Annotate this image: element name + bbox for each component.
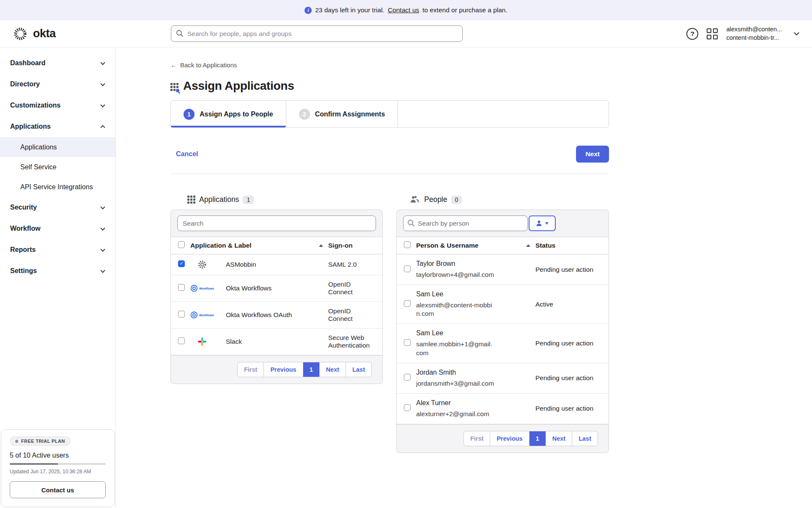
step-confirm-assignments[interactable]: 2 Confirm Assignments (286, 101, 398, 127)
okta-sunburst-icon (12, 25, 29, 42)
pagination-last[interactable]: Last (572, 431, 598, 446)
applications-search-input[interactable] (177, 215, 376, 231)
row-checkbox[interactable] (178, 284, 185, 291)
cancel-link[interactable]: Cancel (176, 150, 198, 158)
sidebar-subitem-applications[interactable]: Applications (0, 137, 115, 157)
sidebar-subitem-api-service-integrations[interactable]: API Service Integrations (0, 177, 115, 197)
pagination-last[interactable]: Last (346, 362, 371, 377)
person-email: alexsmith@content-mobbin.com (416, 301, 494, 318)
chevron-up-icon (100, 125, 105, 130)
person-name: Sam Lee (416, 290, 535, 298)
global-search-input[interactable] (171, 25, 463, 42)
sidebar-item-directory[interactable]: Directory (0, 74, 115, 95)
chevron-down-icon (100, 268, 105, 273)
app-name: Okta Workflows (226, 284, 272, 292)
search-icon (407, 219, 415, 227)
assign-applications-icon (170, 83, 178, 91)
contact-us-button[interactable]: Contact us (10, 481, 106, 498)
person-filter-button[interactable] (529, 215, 556, 231)
column-person-username[interactable]: Person & Username (416, 237, 535, 254)
row-checkbox[interactable] (178, 260, 185, 267)
people-panel-title: People (424, 195, 447, 204)
row-checkbox[interactable] (404, 404, 411, 411)
table-row: Workflows Okta Workflows OAuth OpenID Co… (171, 302, 382, 329)
updated-timestamp: Updated Jun 17, 2025, 10:36:28 AM (10, 469, 106, 475)
account-org: content-mobbin-tr... (726, 34, 782, 42)
pagination-first[interactable]: First (238, 362, 263, 377)
pagination-page-1[interactable]: 1 (303, 362, 319, 377)
table-row: Taylor Brown taylorbrown+4@gmail.com Pen… (397, 254, 609, 285)
people-panel-header: People 0 (396, 195, 609, 204)
person-status: Pending user action (535, 363, 609, 393)
chevron-down-icon (545, 222, 549, 225)
back-arrow-icon: ← (170, 61, 177, 69)
pagination-next[interactable]: Next (319, 362, 346, 377)
applications-table: Application & Label Sign-on (171, 237, 382, 355)
step-assign-apps-to-people[interactable]: 1 Assign Apps to People (171, 101, 286, 127)
trial-rest-text: to extend or purchase a plan. (422, 6, 508, 14)
active-users-count: 5 of 10 Active users (10, 452, 106, 459)
column-status: Status (535, 237, 609, 254)
pagination-page-1[interactable]: 1 (529, 431, 546, 446)
help-icon[interactable]: ? (686, 28, 698, 40)
brand-wordmark: okta (33, 27, 56, 40)
row-checkbox[interactable] (178, 337, 185, 344)
sidebar-item-dashboard[interactable]: Dashboard (0, 52, 115, 74)
chevron-down-icon (100, 81, 105, 86)
app-name: ASMobbin (226, 261, 256, 268)
sidebar-item-applications[interactable]: Applications (0, 116, 115, 137)
info-icon: i (304, 7, 312, 14)
row-checkbox[interactable] (178, 311, 185, 318)
person-status: Pending user action (535, 254, 609, 285)
pagination-first[interactable]: First (464, 431, 490, 446)
trial-days-text: 23 days left in your trial. (315, 6, 384, 14)
people-count-badge: 0 (451, 196, 462, 204)
banner-contact-link[interactable]: Contact us (388, 6, 419, 14)
select-all-apps-checkbox[interactable] (178, 241, 185, 248)
people-pagination: First Previous 1 Next Last (464, 431, 598, 446)
person-name: Taylor Brown (416, 260, 535, 268)
person-icon (536, 220, 542, 226)
app-switcher-icon[interactable] (707, 28, 718, 39)
row-checkbox[interactable] (404, 265, 411, 272)
wizard-steps: 1 Assign Apps to People 2 Confirm Assign… (170, 100, 609, 128)
column-application-label[interactable]: Application & Label (190, 237, 328, 254)
next-button[interactable]: Next (576, 146, 609, 163)
column-sign-on: Sign-on (328, 237, 382, 254)
people-table: Person & Username Status Taylor Brown ta… (397, 237, 609, 424)
applications-pagination: First Previous 1 Next Last (237, 362, 372, 377)
person-name: Alex Turner (416, 399, 535, 407)
select-all-people-checkbox[interactable] (404, 241, 411, 248)
pagination-previous[interactable]: Previous (490, 431, 529, 446)
sidebar-item-reports[interactable]: Reports (0, 239, 115, 260)
sidebar: Dashboard Directory Customizations Appli… (0, 47, 116, 508)
people-search-input[interactable] (403, 215, 528, 231)
trial-plan-card: FREE TRIAL PLAN 5 of 10 Active users Upd… (1, 429, 115, 507)
account-menu[interactable]: alexsmith@conten... content-mobbin-tr... (726, 25, 782, 42)
chevron-down-icon[interactable] (794, 30, 799, 36)
sidebar-subitem-self-service[interactable]: Self Service (0, 157, 115, 177)
pagination-previous[interactable]: Previous (263, 362, 302, 377)
workflows-icon: Workflows (190, 284, 214, 292)
row-checkbox[interactable] (404, 374, 411, 381)
person-name: Jordan Smith (416, 369, 535, 376)
person-email: jordansmith+3@gmail.com (416, 379, 494, 388)
chevron-down-icon (100, 60, 105, 65)
chevron-down-icon (100, 102, 105, 107)
sidebar-item-workflow[interactable]: Workflow (0, 218, 115, 239)
slack-icon (190, 337, 214, 346)
back-to-applications-link[interactable]: ← Back to Applications (170, 61, 237, 69)
person-status: Pending user action (535, 324, 609, 363)
people-icon (410, 196, 420, 204)
table-row: Jordan Smith jordansmith+3@gmail.com Pen… (397, 363, 609, 393)
gear-icon (190, 260, 214, 269)
sidebar-item-settings[interactable]: Settings (0, 260, 115, 282)
okta-logo[interactable]: okta (12, 25, 116, 42)
row-checkbox[interactable] (404, 339, 411, 346)
step-1-number: 1 (184, 109, 195, 120)
pagination-next[interactable]: Next (546, 431, 572, 446)
sidebar-item-security[interactable]: Security (0, 197, 115, 218)
chevron-down-icon (100, 226, 105, 230)
sidebar-item-customizations[interactable]: Customizations (0, 95, 115, 116)
row-checkbox[interactable] (404, 300, 411, 307)
